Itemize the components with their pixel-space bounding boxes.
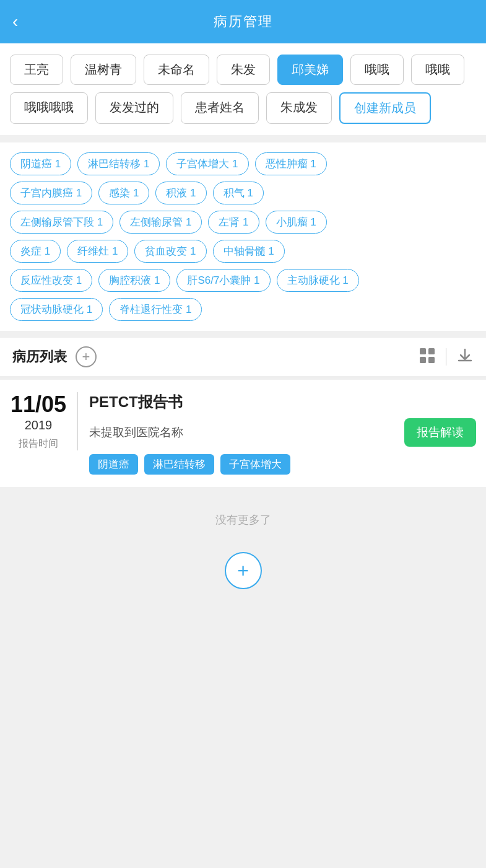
record-date-main: 11/05 — [10, 392, 67, 417]
header: ‹ 病历管理 — [0, 0, 486, 43]
svg-rect-2 — [420, 357, 426, 363]
filter-row-2: 子宫内膜癌 1 感染 1 积液 1 积气 1 — [10, 182, 476, 204]
filter-tag-zsng[interactable]: 左侧输尿管 1 — [119, 211, 202, 234]
filter-tag-jy[interactable]: 积液 1 — [155, 182, 206, 204]
patient-tag-oh1[interactable]: 哦哦 — [350, 55, 404, 85]
filter-tag-yz[interactable]: 炎症 1 — [10, 240, 61, 263]
patient-tag-wangliang[interactable]: 王亮 — [10, 55, 63, 85]
filter-tag-xjl[interactable]: 小肌瘤 1 — [266, 211, 327, 234]
patient-tags: 王亮 温树青 未命名 朱发 邱美娣 哦哦 哦哦 哦哦哦哦 发发过的 患者姓名 朱… — [10, 55, 476, 124]
filter-tag-gxnzz[interactable]: 肝S6/7小囊肿 1 — [176, 269, 270, 292]
fab-plus-icon: + — [237, 559, 249, 582]
plus-icon: + — [82, 349, 90, 365]
patient-tag-patientname[interactable]: 患者姓名 — [181, 92, 259, 124]
filter-tag-zsnxd[interactable]: 左侧输尿管下段 1 — [10, 211, 113, 234]
filter-tag-zggsui[interactable]: 中轴骨髓 1 — [213, 240, 285, 263]
record-tag-lbjzm[interactable]: 淋巴结转移 — [144, 454, 214, 475]
record-hospital-row: 未提取到医院名称 报告解读 — [89, 418, 476, 447]
record-date-year: 2019 — [10, 418, 67, 432]
filter-tag-exzl[interactable]: 恶性肿瘤 1 — [255, 152, 327, 175]
filter-tag-zs[interactable]: 左肾 1 — [208, 211, 259, 234]
record-content: PETCT报告书 未提取到医院名称 报告解读 阴道癌 淋巴结转移 子宫体增大 — [78, 392, 476, 475]
list-divider — [0, 376, 486, 379]
filter-tag-lbjzm[interactable]: 淋巴结转移 1 — [77, 152, 160, 175]
filter-row-5: 反应性改变 1 胸腔积液 1 肝S6/7小囊肿 1 主动脉硬化 1 — [10, 269, 476, 292]
list-header-right — [419, 347, 474, 367]
grid-view-icon[interactable] — [419, 347, 436, 367]
create-member-button[interactable]: 创建新成员 — [339, 92, 431, 124]
filter-tag-pbgb[interactable]: 贫血改变 1 — [134, 240, 206, 263]
filter-tag-zdmyh[interactable]: 主动脉硬化 1 — [277, 269, 359, 292]
patient-tag-zhufa[interactable]: 朱发 — [217, 55, 270, 85]
list-add-button[interactable]: + — [76, 346, 97, 367]
svg-rect-1 — [428, 348, 435, 354]
filter-row-4: 炎症 1 纤维灶 1 贫血改变 1 中轴骨髓 1 — [10, 240, 476, 263]
filter-tag-gzdmyh[interactable]: 冠状动脉硬化 1 — [10, 298, 103, 321]
records-section: 11/05 2019 报告时间 PETCT报告书 未提取到医院名称 报告解读 阴… — [0, 380, 486, 488]
filter-row-6: 冠状动脉硬化 1 脊柱退行性变 1 — [10, 298, 476, 321]
record-tag-ydai[interactable]: 阴道癌 — [89, 454, 138, 475]
page-title: 病历管理 — [214, 12, 273, 31]
patient-tag-unnamed[interactable]: 未命名 — [144, 55, 209, 85]
report-interpret-button[interactable]: 报告解读 — [404, 418, 476, 447]
no-more-text: 没有更多了 — [0, 488, 486, 540]
record-hospital: 未提取到医院名称 — [89, 424, 183, 441]
filter-row-3: 左侧输尿管下段 1 左侧输尿管 1 左肾 1 小肌瘤 1 — [10, 211, 476, 234]
record-tags: 阴道癌 淋巴结转移 子宫体增大 — [89, 454, 476, 475]
record-report-title: PETCT报告书 — [89, 392, 476, 412]
record-tag-zgtzd[interactable]: 子宫体增大 — [220, 454, 290, 475]
fab-section: + — [0, 540, 486, 626]
list-header-left: 病历列表 + — [12, 346, 97, 367]
divider1 — [0, 135, 486, 142]
filter-tag-jq[interactable]: 积气 1 — [213, 182, 264, 204]
filter-tag-ydai[interactable]: 阴道癌 1 — [10, 152, 71, 175]
record-date-label: 报告时间 — [10, 437, 67, 450]
filter-tag-fyxgb[interactable]: 反应性改变 1 — [10, 269, 92, 292]
back-button[interactable]: ‹ — [12, 12, 18, 32]
filter-tag-xwz[interactable]: 纤维灶 1 — [67, 240, 128, 263]
filter-tag-gr[interactable]: 感染 1 — [98, 182, 149, 204]
patient-tag-wenshq[interactable]: 温树青 — [71, 55, 136, 85]
filter-tag-jztxb[interactable]: 脊柱退行性变 1 — [109, 298, 202, 321]
svg-rect-3 — [428, 357, 435, 363]
filter-tag-xqjy[interactable]: 胸腔积液 1 — [98, 269, 170, 292]
list-title: 病历列表 — [12, 348, 67, 366]
patient-section: 王亮 温树青 未命名 朱发 邱美娣 哦哦 哦哦 哦哦哦哦 发发过的 患者姓名 朱… — [0, 43, 486, 135]
patient-tag-fafa[interactable]: 发发过的 — [95, 92, 173, 124]
record-card: 11/05 2019 报告时间 PETCT报告书 未提取到医院名称 报告解读 阴… — [0, 380, 486, 488]
tag-filter-section: 阴道癌 1 淋巴结转移 1 子宫体增大 1 恶性肿瘤 1 子宫内膜癌 1 感染 … — [0, 142, 486, 331]
record-date: 11/05 2019 报告时间 — [10, 392, 78, 450]
patient-tag-qiumd[interactable]: 邱美娣 — [277, 55, 343, 85]
list-header: 病历列表 + — [0, 337, 486, 376]
filter-row-1: 阴道癌 1 淋巴结转移 1 子宫体增大 1 恶性肿瘤 1 — [10, 152, 476, 175]
fab-add-button[interactable]: + — [225, 552, 262, 589]
download-icon[interactable] — [456, 347, 474, 367]
header-divider — [446, 348, 446, 366]
filter-tag-zgnma[interactable]: 子宫内膜癌 1 — [10, 182, 92, 204]
patient-tag-oh2[interactable]: 哦哦 — [411, 55, 464, 85]
svg-rect-0 — [420, 348, 426, 354]
patient-tag-oh3[interactable]: 哦哦哦哦 — [10, 92, 88, 124]
patient-tag-zhuchengfa[interactable]: 朱成发 — [266, 92, 332, 124]
filter-tag-zgtzd[interactable]: 子宫体增大 1 — [166, 152, 248, 175]
